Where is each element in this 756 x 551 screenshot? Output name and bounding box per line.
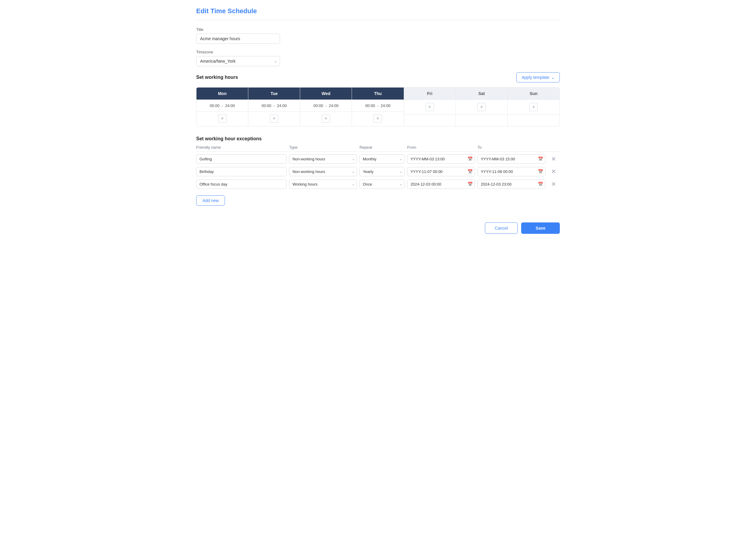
exc-repeat-office-select[interactable]: Once Monthly Yearly bbox=[359, 179, 405, 189]
col-from: From bbox=[407, 145, 475, 150]
save-button[interactable]: Save bbox=[521, 222, 560, 234]
add-time-wed-button[interactable]: + bbox=[322, 114, 330, 123]
exc-from-golfing-wrapper: 📅 bbox=[407, 154, 475, 164]
exc-to-office-wrapper: 📅 bbox=[477, 179, 545, 189]
exc-to-golfing-input[interactable] bbox=[477, 154, 545, 164]
day-add-tue: + bbox=[248, 111, 300, 125]
add-time-mon-button[interactable]: + bbox=[218, 114, 226, 123]
day-header-sat: Sat bbox=[456, 87, 507, 99]
add-new-exception-button[interactable]: Add new bbox=[196, 195, 225, 206]
page-title: Edit Time Schedule bbox=[196, 7, 560, 15]
exc-to-birthday-input[interactable] bbox=[477, 167, 545, 176]
title-input[interactable] bbox=[196, 34, 280, 44]
page-title-dynamic: Time Schedule bbox=[211, 7, 257, 15]
apply-template-button[interactable]: Apply template ⌄ bbox=[516, 72, 560, 82]
day-time-wed: 00:00 - 24:00 bbox=[300, 99, 352, 111]
day-time-sun: + bbox=[508, 99, 560, 114]
delete-birthday-button[interactable]: ✕ bbox=[548, 167, 560, 176]
exc-repeat-golfing-select[interactable]: Once Monthly Yearly bbox=[359, 154, 405, 164]
exc-to-birthday-wrapper: 📅 bbox=[477, 167, 545, 176]
title-label: Title bbox=[196, 27, 560, 32]
working-hours-title: Set working hours bbox=[196, 75, 238, 80]
day-header-fri: Fri bbox=[404, 87, 456, 99]
day-time-fri: + bbox=[404, 99, 456, 114]
schedule-grid: Mon 00:00 - 24:00 + Tue 00:00 - 24:00 + … bbox=[196, 87, 560, 126]
add-time-thu-button[interactable]: + bbox=[374, 114, 382, 123]
exc-repeat-birthday-select[interactable]: Once Monthly Yearly bbox=[359, 167, 405, 176]
exc-from-birthday-input[interactable] bbox=[407, 167, 475, 176]
apply-template-label: Apply template bbox=[521, 75, 549, 80]
footer-actions: Cancel Save bbox=[196, 218, 560, 234]
exc-type-golfing-select[interactable]: Non-working hours Working hours bbox=[289, 154, 357, 164]
exc-from-office-wrapper: 📅 bbox=[407, 179, 475, 189]
exc-friendly-name-birthday bbox=[196, 167, 287, 176]
exc-friendly-name-office-input[interactable] bbox=[196, 179, 287, 189]
day-add-sat bbox=[456, 114, 507, 126]
exc-friendly-name-golfing bbox=[196, 154, 287, 164]
working-hours-section-header: Set working hours Apply template ⌄ bbox=[196, 72, 560, 82]
day-add-mon: + bbox=[196, 111, 248, 125]
col-repeat: Repeat bbox=[359, 145, 405, 150]
exc-repeat-birthday-wrapper: Once Monthly Yearly ⌄ bbox=[359, 167, 405, 176]
timezone-select-wrapper: America/New_York America/Chicago America… bbox=[196, 56, 280, 66]
exception-row-birthday: Non-working hours Working hours ⌄ Once M… bbox=[196, 167, 560, 176]
exc-type-birthday-select[interactable]: Non-working hours Working hours bbox=[289, 167, 357, 176]
exc-type-birthday-wrapper: Non-working hours Working hours ⌄ bbox=[289, 167, 357, 176]
day-col-thu: Thu 00:00 - 24:00 + bbox=[352, 87, 404, 126]
add-time-sun-button[interactable]: + bbox=[529, 103, 538, 111]
add-time-sat-button[interactable]: + bbox=[477, 103, 486, 111]
timezone-form-group: Timezone America/New_York America/Chicag… bbox=[196, 50, 560, 66]
day-add-fri bbox=[404, 114, 456, 126]
cancel-button[interactable]: Cancel bbox=[485, 222, 518, 234]
exc-friendly-name-office bbox=[196, 179, 287, 189]
day-header-sun: Sun bbox=[508, 87, 560, 99]
add-time-tue-button[interactable]: + bbox=[270, 114, 278, 123]
day-col-mon: Mon 00:00 - 24:00 + bbox=[196, 87, 248, 126]
day-add-thu: + bbox=[352, 111, 403, 125]
exception-row-golfing: Non-working hours Working hours ⌄ Once M… bbox=[196, 154, 560, 164]
exception-row-office-focus-day: Non-working hours Working hours ⌄ Once M… bbox=[196, 179, 560, 189]
exceptions-header: Friendly name Type Repeat From To bbox=[196, 145, 560, 152]
exceptions-section: Set working hour exceptions Friendly nam… bbox=[196, 136, 560, 206]
day-header-mon: Mon bbox=[196, 87, 248, 99]
col-type: Type bbox=[289, 145, 357, 150]
exceptions-title: Set working hour exceptions bbox=[196, 136, 560, 141]
day-time-thu: 00:00 - 24:00 bbox=[352, 99, 403, 111]
day-col-sat: Sat + bbox=[456, 87, 508, 126]
exc-to-office-input[interactable] bbox=[477, 179, 545, 189]
day-add-sun bbox=[508, 114, 560, 126]
title-form-group: Title bbox=[196, 27, 560, 44]
exc-type-golfing-wrapper: Non-working hours Working hours ⌄ bbox=[289, 154, 357, 164]
day-time-mon: 00:00 - 24:00 bbox=[196, 99, 248, 111]
exc-repeat-golfing-wrapper: Once Monthly Yearly ⌄ bbox=[359, 154, 405, 164]
exc-friendly-name-birthday-input[interactable] bbox=[196, 167, 287, 176]
col-to: To bbox=[477, 145, 545, 150]
timezone-label: Timezone bbox=[196, 50, 560, 54]
timezone-select[interactable]: America/New_York America/Chicago America… bbox=[196, 56, 280, 66]
day-col-wed: Wed 00:00 - 24:00 + bbox=[300, 87, 352, 126]
exc-from-office-input[interactable] bbox=[407, 179, 475, 189]
exc-repeat-office-wrapper: Once Monthly Yearly ⌄ bbox=[359, 179, 405, 189]
delete-golfing-button[interactable]: ✕ bbox=[548, 154, 560, 164]
exc-type-office-wrapper: Non-working hours Working hours ⌄ bbox=[289, 179, 357, 189]
exc-to-golfing-wrapper: 📅 bbox=[477, 154, 545, 164]
exc-from-golfing-input[interactable] bbox=[407, 154, 475, 164]
day-header-wed: Wed bbox=[300, 87, 352, 99]
page-title-static: Edit bbox=[196, 7, 209, 15]
day-time-tue: 00:00 - 24:00 bbox=[248, 99, 300, 111]
exc-type-office-select[interactable]: Non-working hours Working hours bbox=[289, 179, 357, 189]
day-col-sun: Sun + bbox=[508, 87, 560, 126]
day-add-wed: + bbox=[300, 111, 352, 125]
delete-office-button[interactable]: ✕ bbox=[548, 179, 560, 189]
exc-friendly-name-golfing-input[interactable] bbox=[196, 154, 287, 164]
day-col-tue: Tue 00:00 - 24:00 + bbox=[248, 87, 300, 126]
day-header-tue: Tue bbox=[248, 87, 300, 99]
day-header-thu: Thu bbox=[352, 87, 403, 99]
apply-template-chevron-icon: ⌄ bbox=[551, 75, 555, 80]
col-actions bbox=[548, 145, 560, 150]
day-col-fri: Fri + bbox=[404, 87, 456, 126]
day-time-sat: + bbox=[456, 99, 507, 114]
add-time-fri-button[interactable]: + bbox=[426, 103, 434, 111]
exc-from-birthday-wrapper: 📅 bbox=[407, 167, 475, 176]
page-header: Edit Time Schedule bbox=[196, 7, 560, 20]
